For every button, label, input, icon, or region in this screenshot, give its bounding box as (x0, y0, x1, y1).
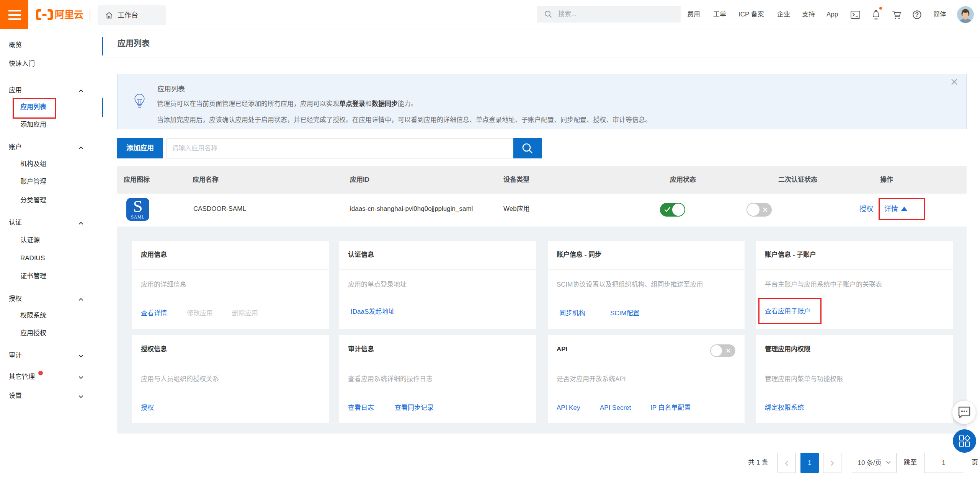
svg-text:?: ? (915, 11, 919, 18)
